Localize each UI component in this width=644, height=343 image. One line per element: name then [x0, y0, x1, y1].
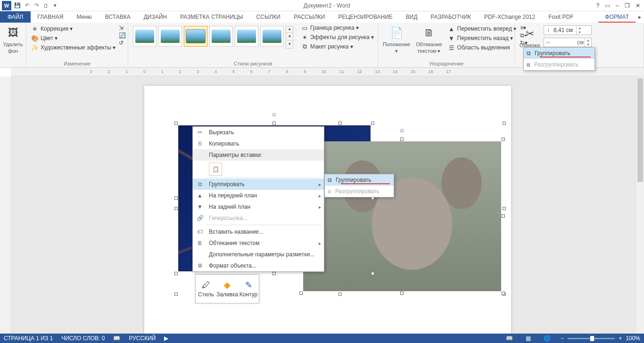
style-thumb[interactable]: [209, 26, 233, 47]
ctx-paste-option[interactable]: 📋: [209, 163, 222, 176]
selection-pane-button[interactable]: ☰Область выделения: [446, 43, 519, 52]
ctx-format-object[interactable]: ⚙Формат объекта...: [193, 260, 324, 271]
image-koala[interactable]: [303, 141, 501, 291]
remove-background-button[interactable]: 🖼 Удалить фон: [3, 24, 23, 54]
artistic-effects-button[interactable]: ✨Художественные эффекты ▾: [29, 43, 125, 52]
spin-up-icon[interactable]: ▲: [585, 38, 591, 42]
tab-developer[interactable]: РАЗРАБОТЧИК: [424, 11, 478, 23]
tab-menu[interactable]: Меню: [70, 11, 98, 23]
send-backward-button[interactable]: ▼Переместить назад ▾: [446, 34, 519, 42]
spin-up-icon[interactable]: ▲: [577, 26, 583, 30]
status-language[interactable]: РУССКИЙ: [129, 335, 156, 342]
tab-insert[interactable]: ВСТАВКА: [99, 11, 137, 23]
tab-file[interactable]: ФАЙЛ: [0, 11, 31, 23]
qat-redo-icon[interactable]: ↷: [32, 1, 41, 10]
view-read-icon[interactable]: 📖: [504, 335, 514, 342]
ctx-insert-caption[interactable]: 🏷Вставить название...: [193, 226, 324, 237]
ctx-bring-front[interactable]: ▲На передний план▸: [193, 190, 324, 201]
picture-style-gallery[interactable]: ▴ ▾ ▾: [131, 24, 295, 50]
tab-review[interactable]: РЕЦЕНЗИРОВАНИЕ: [331, 11, 399, 23]
front-icon: ▲: [196, 192, 204, 199]
mini-style-label: Стиль: [198, 291, 214, 298]
tab-foxit[interactable]: Foxit PDF: [542, 11, 580, 23]
status-page[interactable]: СТРАНИЦА 1 ИЗ 1: [4, 335, 53, 342]
position-label: Положение: [383, 41, 410, 47]
qat-undo-icon[interactable]: ↶: [23, 1, 31, 10]
minimize-button[interactable]: –: [616, 2, 619, 9]
height-input[interactable]: ↕ ▲▼: [544, 25, 592, 35]
zoom-control[interactable]: − + 100%: [561, 335, 640, 342]
width-field[interactable]: [553, 39, 576, 46]
submenu-group[interactable]: ⧉ Группировать: [325, 174, 394, 186]
crop-button[interactable]: ✂ Обрезка: [518, 24, 542, 48]
tab-design[interactable]: ДИЗАЙН: [137, 11, 173, 23]
compress-icon[interactable]: ⇲: [119, 24, 126, 31]
width-input[interactable]: ↔ см ▲▼: [544, 38, 592, 47]
style-thumb[interactable]: [235, 26, 258, 47]
change-picture-icon[interactable]: 🔄: [119, 32, 126, 39]
mini-outline-button[interactable]: ✎Контур: [238, 275, 259, 303]
vertical-scrollbar[interactable]: [636, 76, 644, 334]
view-print-icon[interactable]: ▦: [523, 335, 533, 342]
ctx-cut[interactable]: ✂Вырезать: [193, 127, 324, 138]
gallery-more-icon[interactable]: ▾: [286, 41, 293, 48]
reset-picture-icon[interactable]: ↺: [119, 40, 126, 46]
tab-mailings[interactable]: РАССЫЛКИ: [287, 11, 331, 23]
picture-effects-button[interactable]: ✴Эффекты для рисунка ▾: [299, 33, 376, 41]
tab-references[interactable]: ССЫЛКИ: [250, 11, 287, 23]
tab-view[interactable]: ВИД: [399, 11, 424, 23]
bring-forward-button[interactable]: ▲Переместить вперед ▾: [446, 24, 519, 33]
picture-border-button[interactable]: ▭Граница рисунка ▾: [299, 24, 376, 32]
qat-new-icon[interactable]: 🗋: [41, 1, 50, 10]
gallery-down-icon[interactable]: ▾: [286, 34, 293, 41]
close-button[interactable]: ✕: [636, 2, 640, 9]
group-icon: ⧉: [527, 50, 531, 57]
zoom-slider[interactable]: [568, 338, 615, 339]
ribbon-display-button[interactable]: ▭: [605, 2, 610, 9]
style-thumb-selected[interactable]: [184, 26, 207, 47]
wrap-text-button[interactable]: 🗎 Обтекание текстом ▾: [414, 24, 444, 54]
mini-fill-button[interactable]: ◆Заливка: [216, 275, 238, 303]
qat-save-icon[interactable]: 💾: [13, 1, 22, 10]
corrections-button[interactable]: ☀Коррекция ▾: [29, 24, 125, 33]
picture-layout-button[interactable]: ⧉Макет рисунка ▾: [299, 42, 376, 51]
tab-home[interactable]: ГЛАВНАЯ: [31, 11, 70, 23]
zoom-in-icon[interactable]: +: [619, 335, 622, 342]
style-thumb[interactable]: [133, 26, 157, 47]
ctx-more-layout[interactable]: Дополнительные параметры разметки...: [193, 249, 324, 260]
spin-down-icon[interactable]: ▼: [577, 30, 583, 34]
mini-style-button[interactable]: 🖊Стиль: [196, 275, 216, 303]
height-field[interactable]: [553, 27, 576, 33]
view-web-icon[interactable]: 🌐: [542, 335, 552, 342]
zoom-out-icon[interactable]: −: [561, 335, 564, 342]
dropdown-group-item[interactable]: ⧉ Группировать: [524, 48, 594, 59]
help-button[interactable]: ?: [596, 2, 600, 9]
scrollbar-thumb[interactable]: [637, 78, 643, 182]
color-button[interactable]: 🎨Цвет ▾: [29, 34, 125, 42]
style-thumb[interactable]: [260, 26, 284, 47]
ctx-send-back[interactable]: ▼На задний план▸: [193, 201, 324, 212]
spin-down-icon[interactable]: ▼: [585, 42, 591, 47]
qat-customize-icon[interactable]: ▾: [51, 1, 59, 10]
status-words[interactable]: ЧИСЛО СЛОВ: 0: [61, 335, 105, 342]
tab-layout[interactable]: РАЗМЕТКА СТРАНИЦЫ: [173, 11, 250, 23]
zoom-value[interactable]: 100%: [626, 335, 640, 342]
vertical-ruler[interactable]: [0, 76, 11, 334]
corrections-label: Коррекция ▾: [41, 25, 73, 32]
ungroup-icon: ⧈: [328, 188, 331, 195]
tab-pdfxchange[interactable]: PDF-XChange 2012: [478, 11, 542, 23]
status-proofing-icon[interactable]: 📖: [113, 335, 120, 342]
ctx-copy[interactable]: ⎘Копировать: [193, 138, 324, 149]
position-button[interactable]: 📄 Положение ▾: [381, 24, 412, 54]
group-picture-styles: ▴ ▾ ▾ ▭Граница рисунка ▾ ✴Эффекты для ри…: [128, 23, 378, 67]
cut-icon: ✂: [196, 129, 204, 136]
ctx-wrap-text[interactable]: 🗎Обтекание текстом▸: [193, 237, 324, 249]
status-macro-icon[interactable]: ▶: [164, 335, 168, 342]
maximize-button[interactable]: ❐: [625, 2, 630, 9]
style-thumb[interactable]: [158, 26, 182, 47]
status-bar: СТРАНИЦА 1 ИЗ 1 ЧИСЛО СЛОВ: 0 📖 РУССКИЙ …: [0, 334, 644, 343]
ctx-group[interactable]: ⧉Группировать▸: [193, 179, 324, 190]
tab-format[interactable]: ФОРМАТ: [598, 11, 636, 23]
tabs-overflow-icon[interactable]: ▸: [636, 11, 644, 23]
gallery-up-icon[interactable]: ▴: [286, 26, 293, 33]
